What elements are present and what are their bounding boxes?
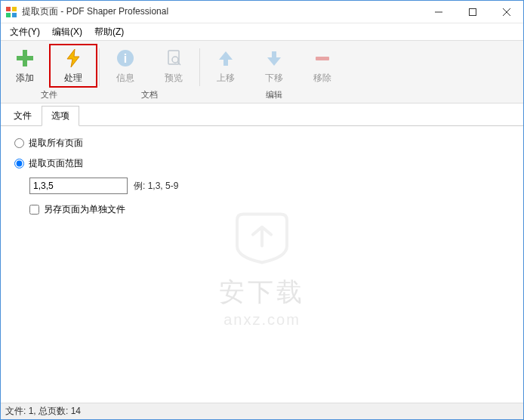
arrow-down-icon xyxy=(264,48,285,69)
statusbar: 文件: 1, 总页数: 14 xyxy=(1,403,523,419)
range-example-label: 例: 1,3, 5-9 xyxy=(134,180,178,193)
info-icon: i xyxy=(115,48,136,69)
moveup-label: 上移 xyxy=(217,72,235,85)
close-button[interactable] xyxy=(489,1,523,23)
window-title: 提取页面 - PDF Shaper Professional xyxy=(22,5,421,18)
statusbar-text: 文件: 1, 总页数: 14 xyxy=(5,405,81,418)
save-separate-checkbox[interactable] xyxy=(29,205,39,215)
movedown-label: 下移 xyxy=(265,72,283,85)
add-button[interactable]: 添加 xyxy=(1,44,49,88)
toolbar-group-edit: 上移 下移 移除 编辑 xyxy=(202,44,347,103)
radio-extract-all-label[interactable]: 提取所有页面 xyxy=(29,137,83,150)
lightning-icon xyxy=(63,48,84,69)
process-button[interactable]: 处理 xyxy=(49,44,97,88)
moveup-button[interactable]: 上移 xyxy=(202,44,250,88)
process-label: 处理 xyxy=(64,72,82,85)
group-edit-label: 编辑 xyxy=(266,89,282,100)
minimize-button[interactable] xyxy=(421,1,455,23)
titlebar: 提取页面 - PDF Shaper Professional xyxy=(1,1,523,23)
svg-rect-2 xyxy=(6,13,11,17)
toolbar-group-file: 添加 处理 文件 xyxy=(1,44,97,103)
svg-marker-17 xyxy=(267,51,281,66)
save-separate-row: 另存页面为单独文件 xyxy=(29,203,510,216)
group-file-label: 文件 xyxy=(41,89,57,100)
watermark-text2: anxz.com xyxy=(219,311,305,329)
menu-edit[interactable]: 编辑(X) xyxy=(46,24,88,40)
svg-point-14 xyxy=(172,57,178,63)
preview-label: 预览 xyxy=(165,72,183,85)
menubar: 文件(Y) 编辑(X) 帮助(Z) xyxy=(1,23,523,40)
add-label: 添加 xyxy=(16,72,34,85)
preview-icon xyxy=(163,48,184,69)
remove-label: 移除 xyxy=(313,72,331,85)
radio-extract-range-row: 提取页面范围 xyxy=(14,157,510,170)
radio-extract-range[interactable] xyxy=(14,159,24,168)
toolbar-group-doc: i 信息 预览 文档 xyxy=(101,44,198,103)
svg-text:i: i xyxy=(124,52,127,65)
app-window: 提取页面 - PDF Shaper Professional 文件(Y) 编辑(… xyxy=(0,0,524,420)
svg-rect-9 xyxy=(17,56,33,60)
svg-marker-10 xyxy=(67,49,79,67)
svg-marker-16 xyxy=(219,51,233,66)
info-label: 信息 xyxy=(116,72,134,85)
svg-rect-5 xyxy=(469,8,476,15)
radio-extract-all-row: 提取所有页面 xyxy=(14,137,510,150)
watermark-text1: 安下载 xyxy=(219,275,305,310)
tab-files[interactable]: 文件 xyxy=(4,106,42,126)
svg-rect-18 xyxy=(316,57,329,60)
window-controls xyxy=(421,1,523,23)
svg-rect-3 xyxy=(12,13,17,17)
save-separate-label[interactable]: 另存页面为单独文件 xyxy=(44,203,125,216)
tab-options[interactable]: 选项 xyxy=(42,106,79,126)
toolbar: 添加 处理 文件 i 信息 xyxy=(1,40,523,103)
menu-file[interactable]: 文件(Y) xyxy=(4,24,46,40)
svg-rect-0 xyxy=(6,7,11,11)
toolbar-separator xyxy=(99,48,100,86)
app-icon xyxy=(5,6,17,18)
tabs: 文件 选项 xyxy=(1,105,523,126)
preview-button[interactable]: 预览 xyxy=(149,44,198,88)
page-range-input[interactable] xyxy=(29,178,128,194)
info-button[interactable]: i 信息 xyxy=(101,44,149,88)
toolbar-separator xyxy=(199,48,200,86)
minus-icon xyxy=(312,48,333,69)
remove-button[interactable]: 移除 xyxy=(298,44,347,88)
options-panel: 提取所有页面 提取页面范围 例: 1,3, 5-9 另存页面为单独文件 安下载 … xyxy=(1,126,523,403)
group-doc-label: 文档 xyxy=(141,89,158,100)
menu-help[interactable]: 帮助(Z) xyxy=(88,24,130,40)
movedown-button[interactable]: 下移 xyxy=(250,44,298,88)
arrow-up-icon xyxy=(215,48,236,69)
radio-extract-all[interactable] xyxy=(14,138,24,148)
plus-icon xyxy=(14,48,35,69)
maximize-button[interactable] xyxy=(455,1,489,23)
watermark: 安下载 anxz.com xyxy=(219,201,305,329)
range-input-row: 例: 1,3, 5-9 xyxy=(29,178,510,194)
radio-extract-range-label[interactable]: 提取页面范围 xyxy=(29,157,83,170)
svg-rect-1 xyxy=(12,7,17,11)
